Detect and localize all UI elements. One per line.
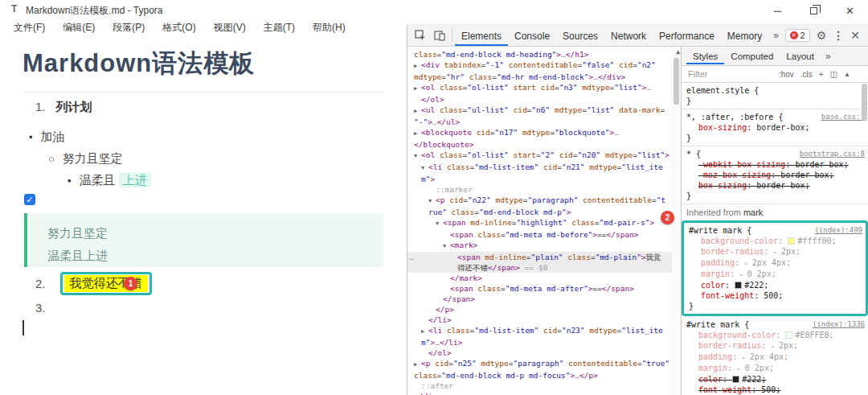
filter-tool-+[interactable]: + <box>819 70 824 79</box>
css-property[interactable]: color: #222; <box>689 280 862 290</box>
expand-arrow-icon[interactable]: ▶ <box>414 106 421 117</box>
devtools-tab-sources[interactable]: Sources <box>556 26 604 46</box>
scroll-up-icon[interactable]: ▲ <box>676 48 680 56</box>
dom-tree-row[interactable]: </ol> <box>407 94 681 105</box>
blockquote[interactable]: 努力且坚定 温柔且上进 <box>24 213 383 267</box>
rule-selector[interactable]: *, :after, :before { <box>686 113 783 121</box>
expand-shorthand-icon[interactable]: ▸ <box>737 365 745 372</box>
dom-tree-row[interactable]: …<span md-inline="plain" class="md-plain… <box>407 252 681 262</box>
dom-tree-row[interactable]: ▶<p cid="n25" mdtype="paragraph" content… <box>407 358 681 370</box>
color-swatch[interactable] <box>785 331 792 339</box>
stylesheet-source-link[interactable]: bootstrap.css:8 <box>800 149 865 159</box>
more-styles-tabs-icon[interactable]: » <box>821 51 836 62</box>
color-swatch[interactable] <box>735 282 742 289</box>
css-property[interactable]: box-sizing: border-box; <box>686 122 865 133</box>
rule-selector[interactable]: #write mark { <box>689 226 751 235</box>
css-property[interactable]: background-color: #E8FFE8; <box>686 330 865 340</box>
stylesheet-source-link[interactable]: base.css:1 <box>821 112 865 122</box>
expand-arrow-icon[interactable]: ▶ <box>414 61 421 72</box>
filter-tool-hov[interactable]: :hov <box>779 70 794 79</box>
inspect-element-icon[interactable] <box>411 27 430 44</box>
css-property[interactable]: color: #222; <box>686 374 865 385</box>
more-tabs-icon[interactable]: » <box>768 30 784 41</box>
menu-item-3[interactable]: 格式(O) <box>154 19 204 35</box>
kebab-menu-icon[interactable]: ⋮ <box>833 29 844 42</box>
style-rule[interactable]: (index):499#write mark {background-color… <box>682 220 868 316</box>
blockquote-line[interactable]: 温柔且上进 <box>47 245 383 267</box>
dom-tree-row[interactable]: <span class="md-meta md-after">==</span> <box>407 283 681 294</box>
menu-item-6[interactable]: 帮助(H) <box>304 19 354 35</box>
style-rule[interactable]: (index):1336#write mark {background-colo… <box>682 317 868 395</box>
menu-item-5[interactable]: 主题(T) <box>255 19 304 35</box>
panel-toggle-icon[interactable]: ◫ <box>830 70 837 79</box>
dom-tree-row[interactable]: m"> <box>407 174 681 184</box>
color-swatch[interactable] <box>788 237 795 245</box>
css-property[interactable]: border-radius: ▸ 2px; <box>689 246 862 257</box>
dom-tree-row[interactable]: </blockquote> <box>407 139 681 150</box>
rule-selector[interactable]: * { <box>686 150 701 158</box>
document-heading[interactable]: Markdown语法模板 <box>23 47 255 80</box>
bullet-list-item[interactable]: ▪温柔且上进 <box>68 173 151 188</box>
stylesheet-source-link[interactable]: (index):499 <box>814 225 862 236</box>
typora-editor[interactable]: Markdown语法模板 1.列计划 •加油 ○努力且坚定 ▪温柔且上进 ✓ 努… <box>0 35 407 395</box>
css-property[interactable]: margin: ▸ 0 2px; <box>689 269 862 280</box>
dom-tree-row[interactable]: ▼<span md-inline="highlight" class="md-p… <box>407 217 681 229</box>
dom-tree-row[interactable]: ▶<div tabindex="-1" contenteditable="fal… <box>407 60 681 72</box>
collapse-arrow-icon[interactable]: ▼ <box>421 163 428 174</box>
devtools-close-icon[interactable]: ✕ <box>850 29 860 42</box>
dom-tree-row[interactable]: ▶<blockquote cid="n17" mdtype="blockquot… <box>407 127 681 139</box>
style-rule[interactable]: base.css:1*, :after, :before {box-sizing… <box>682 109 868 146</box>
task-checkbox-checked[interactable]: ✓ <box>24 194 35 205</box>
color-swatch[interactable] <box>732 376 739 383</box>
highlighted-text[interactable]: 上进 <box>119 172 151 187</box>
style-rule[interactable]: element.style {} <box>682 83 868 109</box>
styles-tab-layout[interactable]: Layout <box>780 47 821 64</box>
expand-shorthand-icon[interactable]: ▸ <box>742 354 750 361</box>
css-property[interactable]: box-sizing: border-box; <box>686 180 865 191</box>
css-property[interactable]: font-weight: 500; <box>689 290 862 301</box>
dom-tree-row[interactable]: </li> <box>407 315 681 325</box>
dom-tree-row[interactable]: ▶<li class="md-list-item" cid="n23" mdty… <box>407 325 681 337</box>
elements-dom-tree[interactable]: class="md-end-block md-heading">…</h1>▶<… <box>407 47 681 395</box>
dom-tree-row[interactable]: 得还不错</span> == $0 <box>407 262 681 273</box>
css-property[interactable]: -webkit-box-sizing: border-box; <box>686 159 865 170</box>
bullet-list-item[interactable]: ○努力且坚定 <box>48 151 123 167</box>
css-property[interactable]: border-radius: ▸ 2px; <box>686 340 865 352</box>
rule-selector[interactable]: #write mark { <box>686 320 749 329</box>
filter-input[interactable]: Filter <box>688 69 707 79</box>
dom-tree-row[interactable]: class="md-end-block md-heading">…</h1> <box>407 49 681 60</box>
css-property[interactable]: padding: ▸ 2px 4px; <box>686 352 865 363</box>
inherited-element-link[interactable]: mark <box>743 208 763 217</box>
list-item-text[interactable]: 列计划 <box>56 100 92 113</box>
dom-tree-row[interactable]: </mark> <box>407 273 681 283</box>
dom-tree-row[interactable]: ▼<ol class="ol-list" start="2" cid="n20"… <box>407 150 681 162</box>
css-property[interactable]: background-color: #ffff00; <box>689 236 862 246</box>
dom-tree-row[interactable]: </div> <box>407 391 681 395</box>
styles-tab-styles[interactable]: Styles <box>686 47 724 64</box>
collapse-arrow-icon[interactable]: ▼ <box>443 241 450 252</box>
ordered-list-item-3[interactable]: 3. <box>35 301 56 315</box>
dom-tree-row[interactable]: ▼<p cid="n22" mdtype="paragraph" content… <box>407 195 681 207</box>
bullet-list-item[interactable]: •加油 <box>29 130 65 145</box>
expand-arrow-icon[interactable]: ▶ <box>414 360 421 370</box>
collapse-arrow-icon[interactable]: ▼ <box>436 219 443 229</box>
css-property[interactable]: margin: ▸ 0 2px; <box>686 363 865 374</box>
rule-selector[interactable]: element.style { <box>686 86 759 95</box>
list-item-text[interactable]: 加油 <box>41 130 65 143</box>
expand-shorthand-icon[interactable]: ▸ <box>744 260 752 267</box>
expand-shorthand-icon[interactable]: ▸ <box>773 249 781 256</box>
restore-button[interactable] <box>796 0 832 21</box>
dom-tree-row[interactable]: mdtype="hr" class="md-hr md-end-block">…… <box>407 72 681 82</box>
dom-tree-row[interactable]: m">…</li> <box>407 337 681 348</box>
dom-tree-row[interactable]: ::marker <box>407 184 681 195</box>
ordered-list-item-1[interactable]: 1.列计划 <box>35 100 92 115</box>
close-button[interactable]: ✕ <box>832 0 868 21</box>
devtools-tab-network[interactable]: Network <box>604 26 653 46</box>
menu-item-4[interactable]: 视图(V) <box>205 19 255 35</box>
dom-tree-row[interactable]: ▼<mark> <box>407 240 681 252</box>
menu-item-2[interactable]: 段落(P) <box>104 19 154 35</box>
collapse-arrow-icon[interactable]: ▼ <box>414 151 421 162</box>
dom-tree-row[interactable]: rue" class="md-end-block md-p"> <box>407 207 681 217</box>
styles-tab-computed[interactable]: Computed <box>724 47 780 64</box>
expand-shorthand-icon[interactable]: ▸ <box>739 271 747 278</box>
